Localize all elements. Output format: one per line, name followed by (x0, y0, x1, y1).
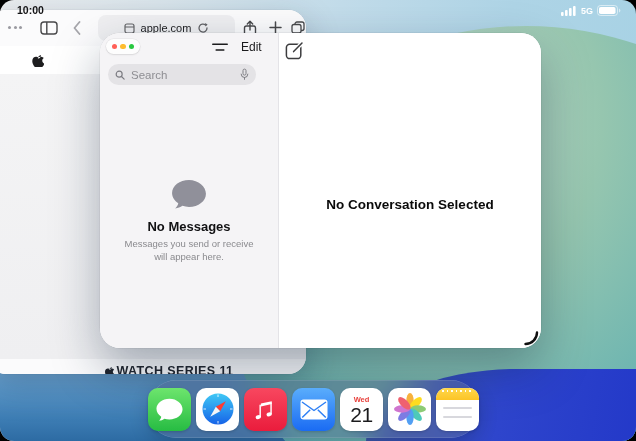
dock-notes-icon[interactable] (436, 388, 479, 431)
dock-mail-icon[interactable] (292, 388, 335, 431)
window-traffic-lights[interactable] (106, 39, 140, 54)
no-messages-empty-state: No Messages Messages you send or receive… (100, 93, 278, 348)
dock: Wed 21 (148, 380, 479, 438)
safari-compass-glyph (201, 392, 235, 426)
status-time: 10:00 (17, 4, 44, 16)
conversation-pane: No Conversation Selected (279, 33, 541, 348)
window-resize-handle[interactable] (523, 330, 539, 346)
apple-logo-icon (32, 54, 44, 67)
notes-line (443, 416, 472, 418)
calendar-weekday: Wed (354, 396, 370, 404)
search-input[interactable] (129, 68, 236, 82)
cellular-signal-icon (561, 6, 577, 16)
dock-photos-icon[interactable] (388, 388, 431, 431)
hero-headline: WATCH SERIES 11 (117, 362, 234, 374)
back-button-icon[interactable] (73, 21, 81, 35)
no-conversation-label: No Conversation Selected (326, 197, 493, 212)
apple-hero-section: WATCH SERIES 11 (0, 359, 306, 374)
search-icon (115, 70, 125, 80)
chat-bubble-icon (170, 178, 208, 210)
messages-window[interactable]: Edit No Messages Messages you send (100, 33, 541, 348)
empty-state-title: No Messages (147, 219, 230, 234)
dock-music-icon[interactable] (244, 388, 287, 431)
empty-state-subtitle: Messages you send or receive will appear… (118, 238, 260, 263)
fullscreen-window-button[interactable] (129, 44, 135, 50)
battery-icon (597, 5, 621, 16)
dictation-mic-icon[interactable] (240, 68, 249, 81)
edit-button[interactable]: Edit (241, 40, 262, 54)
compose-button[interactable] (284, 39, 306, 61)
status-indicators: 5G (561, 5, 621, 16)
dock-safari-icon[interactable] (196, 388, 239, 431)
dock-calendar-icon[interactable]: Wed 21 (340, 388, 383, 431)
sidebar-toggle-icon[interactable] (40, 21, 58, 35)
dock-messages-icon[interactable] (148, 388, 191, 431)
calendar-day: 21 (350, 404, 372, 425)
window-controls-menu-button[interactable] (8, 26, 22, 29)
search-bar[interactable] (108, 64, 256, 85)
notes-yellow-band (436, 388, 479, 400)
mail-envelope-glyph (300, 399, 328, 420)
minimize-window-button[interactable] (120, 44, 126, 50)
ipad-screen: 10:00 5G (0, 0, 636, 441)
messages-sidebar: Edit No Messages Messages you send (100, 33, 279, 348)
close-window-button[interactable] (112, 44, 118, 50)
filter-icon[interactable] (212, 43, 228, 52)
messages-bubble-glyph (155, 396, 184, 423)
photos-pinwheel-glyph (393, 392, 427, 426)
network-type-label: 5G (581, 6, 593, 16)
music-note-glyph (252, 396, 279, 423)
notes-line (443, 407, 472, 409)
page-icon (124, 23, 135, 34)
apple-logo-icon (105, 366, 114, 374)
